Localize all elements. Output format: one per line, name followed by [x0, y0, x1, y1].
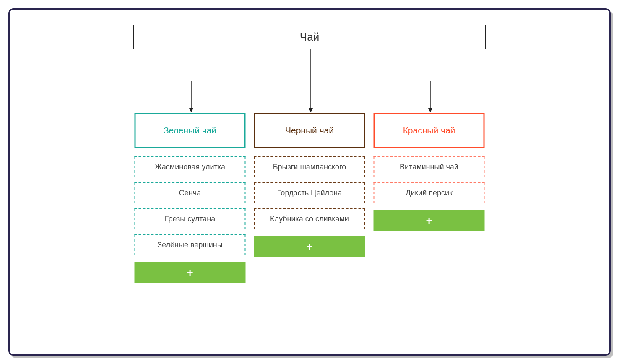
item-node[interactable]: Зелёные вершины — [135, 234, 246, 255]
item-node[interactable]: Грезы султана — [135, 208, 246, 229]
item-label: Дикий персик — [406, 189, 453, 198]
item-label: Грезы султана — [165, 215, 216, 224]
category-label: Черный чай — [285, 125, 334, 135]
item-label: Гордость Цейлона — [277, 189, 342, 198]
category-label: Зеленый чай — [164, 125, 216, 135]
plus-icon: + — [426, 214, 432, 227]
root-node-label: Чай — [300, 31, 319, 44]
category-node-green[interactable]: Зеленый чай — [135, 113, 246, 148]
add-item-button[interactable]: + — [135, 262, 246, 283]
plus-icon: + — [306, 240, 312, 253]
add-item-button[interactable]: + — [374, 210, 485, 231]
category-column-red: Красный чай Витаминный чай Дикий персик … — [374, 113, 485, 283]
item-label: Сенча — [179, 189, 201, 198]
item-node[interactable]: Жасминовая улитка — [135, 156, 246, 177]
item-node[interactable]: Клубника со сливками — [254, 208, 365, 229]
item-node[interactable]: Брызги шампанского — [254, 156, 365, 177]
item-label: Зелёные вершины — [157, 241, 222, 250]
category-node-brown[interactable]: Черный чай — [254, 113, 365, 148]
item-node[interactable]: Дикий персик — [374, 182, 485, 203]
diagram-frame: Чай Зеленый чай Жасминовая улитка Сенча — [8, 8, 611, 356]
category-node-red[interactable]: Красный чай — [374, 113, 485, 148]
category-column-green: Зеленый чай Жасминовая улитка Сенча Грез… — [135, 113, 246, 283]
item-node[interactable]: Гордость Цейлона — [254, 182, 365, 203]
category-label: Красный чай — [403, 125, 455, 135]
category-column-brown: Черный чай Брызги шампанского Гордость Ц… — [254, 113, 365, 283]
category-columns: Зеленый чай Жасминовая улитка Сенча Грез… — [135, 113, 485, 283]
item-label: Жасминовая улитка — [155, 163, 225, 172]
item-label: Витаминный чай — [400, 163, 458, 172]
plus-icon: + — [187, 266, 193, 279]
add-item-button[interactable]: + — [254, 236, 365, 257]
item-node[interactable]: Витаминный чай — [374, 156, 485, 177]
item-label: Клубника со сливками — [270, 215, 349, 224]
item-node[interactable]: Сенча — [135, 182, 246, 203]
root-node[interactable]: Чай — [133, 25, 486, 49]
item-label: Брызги шампанского — [273, 163, 346, 172]
